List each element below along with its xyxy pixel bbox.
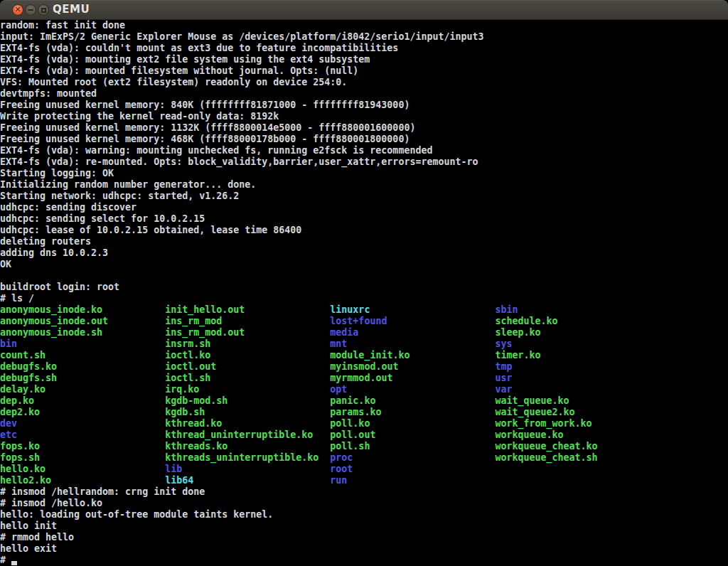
ls-entry-file: insrm.sh [165,338,210,349]
terminal-line: # insmod /hellrandom: crng init done [0,486,728,498]
ls-entry-file: wait_queue.ko [496,395,569,406]
terminal-line: bin insrm.sh mnt sys [0,338,728,350]
window-titlebar[interactable]: ✕ QEMU [0,0,728,20]
ls-entry-dir: root [330,464,353,474]
ls-entry-file: anonymous_inode.ko [0,304,102,315]
ls-entry-file: workqueue_cheat.sh [496,452,598,463]
ls-entry-file: hello.ko [0,464,46,474]
ls-entry-dir: sbin [496,304,518,315]
terminal-line: # rmmod hello [0,532,728,543]
terminal-cursor [11,555,17,566]
ls-entry-dir: bin [0,338,17,349]
ls-entry-file: ins_rm_mod.out [165,327,245,338]
terminal-line: OK [0,259,728,270]
ls-entry-file: ioctl.ko [165,350,210,361]
ls-entry-dir: var [496,384,513,395]
ls-entry-file: poll.sh [330,441,370,452]
ls-entry-file: workqueue.ko [496,429,564,440]
terminal-line: fops.ko kthreads.ko poll.sh workqueue_ch… [0,441,728,452]
terminal-line: udhcpc: sending discover [0,202,728,213]
terminal-line: hello init [0,520,728,532]
ls-entry-dir: mnt [330,338,347,349]
terminal-line: Freeing unused kernel memory: 468K (ffff… [0,134,728,145]
ls-entry-file: module_init.ko [330,350,410,361]
terminal-line: dep.ko kgdb-mod.sh panic.ko wait_queue.k… [0,395,728,407]
ls-entry-dir: etc [0,429,17,440]
terminal-line: Initializing random number generator... … [0,179,728,191]
terminal-line: Starting network: udhcpc: started, v1.26… [0,191,728,202]
terminal-line: debugfs.ko ioctl.out myinsmod.out tmp [0,361,728,373]
terminal-line: anonymous_inode.out ins_rm_mod lost+foun… [0,316,728,327]
minimize-icon [26,5,36,15]
ls-entry-dir: tmp [496,361,513,372]
ls-entry-file: dep.ko [0,395,34,406]
terminal-line: etc kthread_uninterruptible.ko poll.out … [0,429,728,441]
ls-entry-dir: lib [165,464,182,474]
terminal-line: EXT4-fs (vda): couldn't mount as ext3 du… [0,43,728,54]
terminal-content: random: fast init doneinput: ImExPS/2 Ge… [0,20,728,566]
ls-entry-file: irq.ko [165,384,199,395]
terminal-line: hello2.ko lib64 run [0,475,728,486]
ls-entry-file: hello2.ko [0,475,51,486]
ls-entry-dir: opt [330,384,347,395]
ls-entry-file: work_from_work.ko [496,418,592,429]
terminal-line: deleting routers [0,236,728,247]
terminal-line: random: fast init done [0,20,728,31]
qemu-window: ✕ QEMU random: fast init doneinput: ImEx… [0,0,728,566]
terminal-line: dev kthread.ko poll.ko work_from_work.ko [0,418,728,429]
terminal-line: count.sh ioctl.ko module_init.ko timer.k… [0,350,728,361]
ls-entry-file: poll.out [330,429,375,440]
ls-entry-file: dep2.ko [0,407,40,417]
ls-entry-file: debugfs.sh [0,373,57,383]
terminal-line: Freeing unused kernel memory: 840K (ffff… [0,100,728,111]
terminal-line: anonymous_inode.ko init_hello.out linuxr… [0,304,728,316]
ls-entry-file: kgdb.sh [165,407,205,417]
terminal-line: debugfs.sh ioctl.sh myrmmod.out usr [0,373,728,384]
terminal-line: buildroot login: root [0,282,728,293]
window-title: QEMU [53,0,90,20]
ls-entry-file: anonymous_inode.out [0,316,108,326]
ls-entry-file: delay.ko [0,384,46,395]
ls-entry-file: kgdb-mod.sh [165,395,228,406]
ls-entry-file: kthread.ko [165,418,222,429]
ls-entry-file: poll.ko [330,418,370,429]
ls-entry-file: kthread_uninterruptible.ko [165,429,313,440]
ls-entry-file: sleep.ko [496,327,541,338]
ls-entry-file: debugfs.ko [0,361,57,372]
maximize-button[interactable] [38,4,49,16]
ls-entry-file: anonymous_inode.sh [0,327,102,338]
ls-entry-file: schedule.ko [496,316,558,326]
terminal-screen[interactable]: random: fast init doneinput: ImExPS/2 Ge… [0,20,728,566]
ls-entry-file: count.sh [0,350,46,361]
terminal-line: adding dns 10.0.2.3 [0,247,728,259]
ls-entry-file: myrmmod.out [330,373,392,383]
maximize-icon [38,5,48,15]
terminal-line: EXT4-fs (vda): mounting ext2 file system… [0,54,728,65]
terminal-line: # ls / [0,293,728,304]
ls-entry-file: ins_rm_mod [165,316,222,326]
minimize-button[interactable] [25,4,36,16]
terminal-line: # insmod /hello.ko [0,498,728,509]
terminal-line: hello exit [0,543,728,555]
terminal-line: hello.ko lib root [0,464,728,475]
ls-entry-file: ioctl.out [165,361,216,372]
terminal-line: EXT4-fs (vda): mounted filesystem withou… [0,65,728,77]
terminal-line: udhcpc: sending select for 10.0.2.15 [0,213,728,225]
ls-entry-dir: dev [0,418,17,429]
terminal-line: EXT4-fs (vda): re-mounted. Opts: block_v… [0,156,728,168]
ls-entry-file: kthreads.ko [165,441,228,452]
terminal-line: fops.sh kthreads_uninterruptible.ko proc… [0,452,728,464]
terminal-line: Starting logging: OK [0,168,728,179]
ls-entry-dir: proc [330,452,353,463]
ls-entry-dir: run [330,475,347,486]
close-button[interactable]: ✕ [12,4,23,16]
terminal-line: anonymous_inode.sh ins_rm_mod.out media … [0,327,728,338]
terminal-line: udhcpc: lease of 10.0.2.15 obtained, lea… [0,225,728,236]
ls-entry-file: init_hello.out [165,304,245,315]
ls-entry-dir: sys [496,338,513,349]
ls-entry-file: fops.ko [0,441,40,452]
ls-entry-dir: media [330,327,358,338]
ls-entry-file: kthreads_uninterruptible.ko [165,452,318,463]
terminal-line: devtmpfs: mounted [0,88,728,100]
terminal-line: delay.ko irq.ko opt var [0,384,728,395]
